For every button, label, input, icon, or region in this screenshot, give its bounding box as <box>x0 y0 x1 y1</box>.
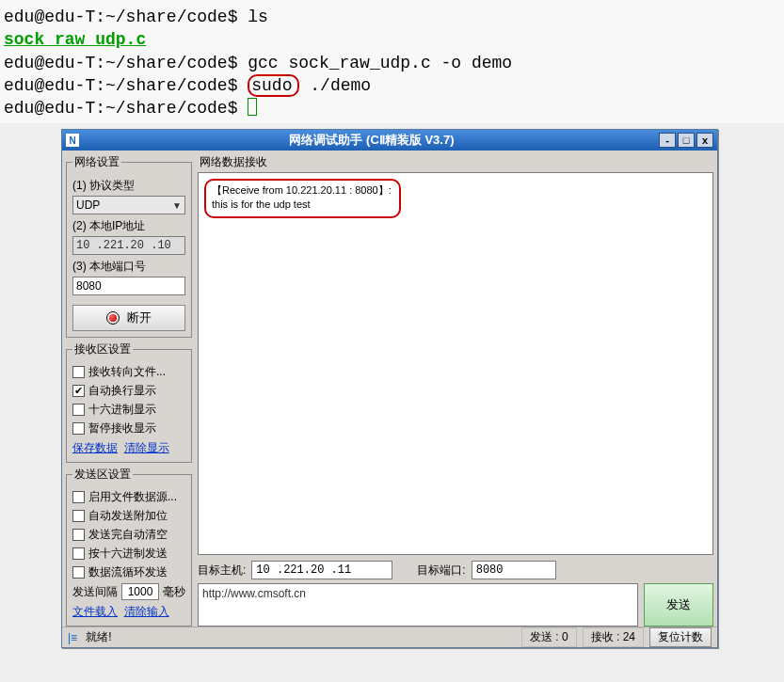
ready-icon: |≡ <box>68 631 77 644</box>
local-ip-label: (2) 本地IP地址 <box>72 218 185 234</box>
term-line-1: edu@edu-T:~/share/code$ ls <box>4 6 780 28</box>
cmd-gcc: gcc sock_raw_udp.c -o demo <box>248 54 512 72</box>
target-host-label: 目标主机: <box>198 563 246 579</box>
send-button-label: 发送 <box>666 596 691 613</box>
opt-auto-suffix: 自动发送附加位 <box>88 508 168 524</box>
local-port-label: (3) 本地端口号 <box>72 259 185 275</box>
protocol-value: UDP <box>76 198 100 212</box>
chevron-down-icon: ▼ <box>172 200 182 211</box>
term-line-2: sock_raw_udp.c <box>4 28 780 51</box>
link-clear-input[interactable]: 清除输入 <box>124 605 169 618</box>
cmd-run: ./demo <box>299 76 371 95</box>
interval-input[interactable] <box>121 583 159 600</box>
checkbox[interactable] <box>72 547 85 560</box>
opt-auto-clear: 发送完自动清空 <box>88 527 168 543</box>
status-sent: 发送 : 0 <box>521 627 577 647</box>
window-title: 网络调试助手 (CⅡ精装版 V3.7) <box>85 132 659 149</box>
checkbox[interactable] <box>72 422 85 435</box>
checkbox-checked[interactable]: ✔ <box>72 385 85 397</box>
prompt: edu@edu-T:~/share/code$ <box>4 76 237 95</box>
interval-label: 发送间隔 <box>72 584 118 600</box>
recv-textarea[interactable]: 【Receive from 10.221.20.11 : 8080】: this… <box>198 172 713 555</box>
send-button[interactable]: 发送 <box>644 583 713 626</box>
send-settings-legend: 发送区设置 <box>72 467 133 483</box>
status-recv: 接收 : 24 <box>583 627 644 647</box>
opt-hex-display: 十六进制显示 <box>88 402 156 418</box>
term-line-4: edu@edu-T:~/share/code$ sudo ./demo <box>4 74 780 97</box>
checkbox[interactable] <box>72 404 85 416</box>
app-window: N 网络调试助手 (CⅡ精装版 V3.7) - □ x 网络设置 (1) 协议类… <box>61 129 718 648</box>
network-settings-legend: 网络设置 <box>72 154 121 170</box>
file-name: sock_raw_udp.c <box>4 30 146 49</box>
record-icon <box>106 311 120 325</box>
local-port-input[interactable] <box>72 277 185 295</box>
term-line-3: edu@edu-T:~/share/code$ gcc sock_raw_udp… <box>4 52 780 74</box>
opt-hex-send: 按十六进制发送 <box>88 546 168 562</box>
checkbox[interactable] <box>72 491 85 503</box>
prompt: edu@edu-T:~/share/code$ <box>4 8 237 26</box>
checkbox[interactable] <box>72 529 85 541</box>
send-settings-group: 发送区设置 启用文件数据源... 自动发送附加位 发送完自动清空 按十六进制发送… <box>66 467 192 626</box>
app-icon: N <box>66 134 79 147</box>
term-line-5: edu@edu-T:~/share/code$ <box>4 97 780 119</box>
checkbox[interactable] <box>72 366 85 378</box>
opt-loop-send: 数据流循环发送 <box>88 564 168 580</box>
disconnect-label: 断开 <box>127 309 152 326</box>
send-text-value: http://www.cmsoft.cn <box>202 587 306 600</box>
checkbox[interactable] <box>72 510 85 522</box>
opt-auto-wrap: 自动换行显示 <box>88 383 156 399</box>
opt-file-source: 启用文件数据源... <box>88 489 177 505</box>
target-port-input[interactable] <box>472 561 556 579</box>
sudo-highlight: sudo <box>248 74 299 97</box>
recv-highlight-box: 【Receive from 10.221.20.11 : 8080】: this… <box>204 179 401 218</box>
prompt: edu@edu-T:~/share/code$ <box>4 99 237 118</box>
opt-recv-to-file: 接收转向文件... <box>88 364 166 380</box>
recv-settings-legend: 接收区设置 <box>72 341 133 357</box>
terminal: edu@edu-T:~/share/code$ ls sock_raw_udp.… <box>0 0 784 123</box>
close-button[interactable]: x <box>696 133 713 148</box>
local-ip-input[interactable] <box>72 236 185 255</box>
recv-line-2: this is for the udp test <box>212 198 392 212</box>
protocol-label: (1) 协议类型 <box>72 178 185 194</box>
statusbar: |≡ 就绪! 发送 : 0 接收 : 24 复位计数 <box>62 626 717 647</box>
recv-area-legend: 网络数据接收 <box>200 154 713 170</box>
link-save-data[interactable]: 保存数据 <box>72 441 118 454</box>
opt-pause-recv: 暂停接收显示 <box>88 420 156 436</box>
cmd-ls: ls <box>248 8 268 26</box>
prompt: edu@edu-T:~/share/code$ <box>4 54 237 72</box>
target-port-label: 目标端口: <box>417 563 465 579</box>
minimize-button[interactable]: - <box>659 133 676 148</box>
checkbox[interactable] <box>72 566 85 579</box>
maximize-button[interactable]: □ <box>678 133 695 148</box>
titlebar[interactable]: N 网络调试助手 (CⅡ精装版 V3.7) - □ x <box>62 130 717 151</box>
reset-count-button[interactable]: 复位计数 <box>649 627 712 647</box>
protocol-select[interactable]: UDP ▼ <box>72 196 185 214</box>
link-clear-display[interactable]: 清除显示 <box>124 441 169 454</box>
cursor-icon <box>248 98 257 116</box>
recv-settings-group: 接收区设置 接收转向文件... ✔自动换行显示 十六进制显示 暂停接收显示 保存… <box>66 341 192 463</box>
recv-line-1: 【Receive from 10.221.20.11 : 8080】: <box>212 183 392 198</box>
send-textarea[interactable]: http://www.cmsoft.cn <box>198 583 638 626</box>
disconnect-button[interactable]: 断开 <box>72 305 185 331</box>
status-ready: 就绪! <box>86 629 111 645</box>
target-host-input[interactable] <box>251 561 392 579</box>
link-file-load[interactable]: 文件载入 <box>72 605 118 618</box>
network-settings-group: 网络设置 (1) 协议类型 UDP ▼ (2) 本地IP地址 (3) 本地端口号… <box>66 154 192 338</box>
interval-unit: 毫秒 <box>163 584 185 600</box>
